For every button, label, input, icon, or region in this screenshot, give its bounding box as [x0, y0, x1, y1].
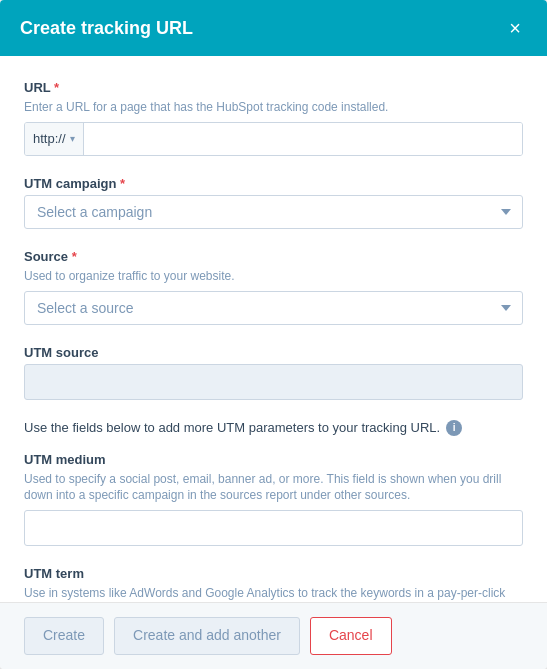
utm-info-text: Use the fields below to add more UTM par… — [24, 420, 440, 435]
utm-term-hint: Use in systems like AdWords and Google A… — [24, 585, 523, 602]
utm-source-input — [24, 364, 523, 400]
modal-body: URL * Enter a URL for a page that has th… — [0, 56, 547, 602]
modal-title: Create tracking URL — [20, 18, 193, 39]
url-text-input[interactable] — [84, 123, 522, 155]
utm-source-group: UTM source — [24, 345, 523, 400]
modal-dialog: Create tracking URL × URL * Enter a URL … — [0, 0, 547, 669]
utm-medium-group: UTM medium Used to specify a social post… — [24, 452, 523, 547]
url-label: URL * — [24, 80, 523, 95]
utm-medium-input[interactable] — [24, 510, 523, 546]
url-input-wrapper: http:// ▾ — [24, 122, 523, 156]
source-select[interactable]: Select a source — [24, 291, 523, 325]
utm-source-label: UTM source — [24, 345, 523, 360]
create-and-add-button[interactable]: Create and add another — [114, 617, 300, 655]
utm-info-section: Use the fields below to add more UTM par… — [24, 420, 523, 436]
utm-medium-hint: Used to specify a social post, email, ba… — [24, 471, 523, 505]
utm-campaign-select[interactable]: Select a campaign — [24, 195, 523, 229]
url-hint: Enter a URL for a page that has the HubS… — [24, 99, 523, 116]
utm-campaign-select-wrapper: Select a campaign — [24, 195, 523, 229]
create-button[interactable]: Create — [24, 617, 104, 655]
url-protocol-value: http:// — [33, 131, 66, 146]
cancel-button[interactable]: Cancel — [310, 617, 392, 655]
url-field-group: URL * Enter a URL for a page that has th… — [24, 80, 523, 156]
url-protocol-dropdown[interactable]: http:// ▾ — [25, 123, 84, 155]
modal-header: Create tracking URL × — [0, 0, 547, 56]
close-button[interactable]: × — [503, 16, 527, 40]
source-select-wrapper: Select a source — [24, 291, 523, 325]
source-group: Source * Used to organize traffic to you… — [24, 249, 523, 325]
protocol-chevron-icon: ▾ — [70, 133, 75, 144]
source-hint: Used to organize traffic to your website… — [24, 268, 523, 285]
utm-term-label: UTM term — [24, 566, 523, 581]
utm-campaign-group: UTM campaign * Select a campaign — [24, 176, 523, 229]
source-label: Source * — [24, 249, 523, 264]
utm-campaign-label: UTM campaign * — [24, 176, 523, 191]
modal-footer: Create Create and add another Cancel — [0, 602, 547, 669]
utm-term-group: UTM term Use in systems like AdWords and… — [24, 566, 523, 602]
info-icon[interactable]: i — [446, 420, 462, 436]
utm-medium-label: UTM medium — [24, 452, 523, 467]
